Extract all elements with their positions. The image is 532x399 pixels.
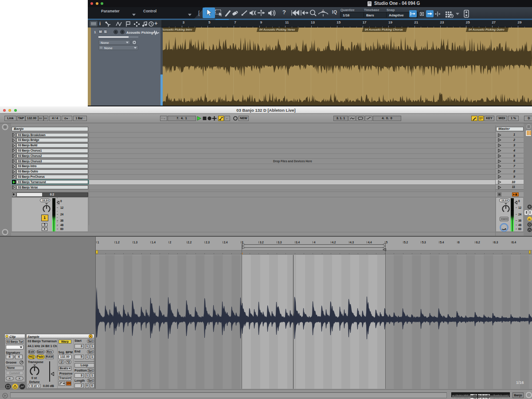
svg-text:th: th [322,9,325,12]
svg-text:n: n [528,217,531,221]
